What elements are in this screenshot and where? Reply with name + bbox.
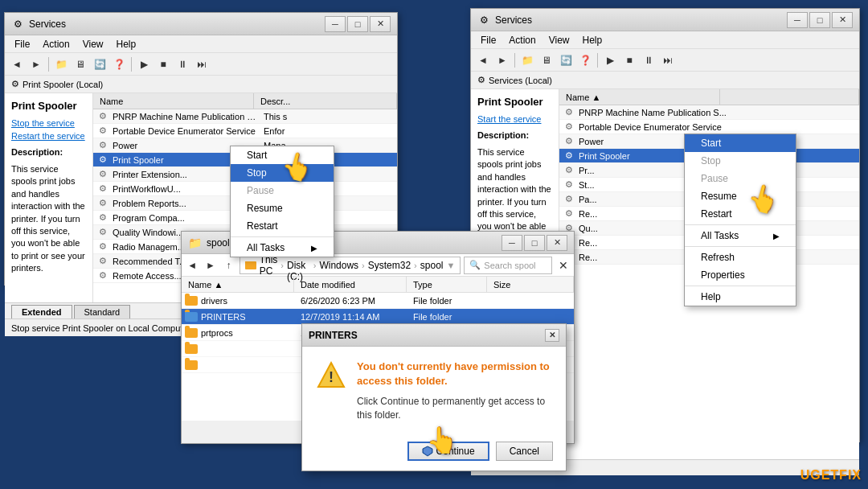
row-name-explorer: drivers — [201, 296, 301, 306]
ctx-restart-1[interactable]: Restart — [231, 217, 334, 235]
stop-btn-1[interactable]: ■ — [154, 55, 172, 73]
menu-file-1[interactable]: File — [8, 37, 36, 51]
stop-link-1[interactable]: Stop the service — [11, 118, 86, 128]
cancel-button[interactable]: Cancel — [496, 442, 553, 461]
logo-highlight: GET — [810, 468, 839, 482]
tool4-1[interactable]: ⏭ — [193, 55, 211, 73]
show-tree-2[interactable]: 📁 — [518, 51, 536, 69]
tab-standard-1[interactable]: Standard — [74, 305, 131, 318]
row-type-explorer: File folder — [413, 296, 493, 306]
refresh-1[interactable]: 🔄 — [91, 55, 108, 73]
col-size-explorer[interactable]: Size — [487, 277, 574, 292]
col-type-explorer[interactable]: Type — [407, 277, 487, 292]
close-explorer[interactable]: ✕ — [547, 235, 567, 251]
tab-extended-1[interactable]: Extended — [11, 305, 72, 318]
row-date-explorer: 12/7/2019 11:14 AM — [301, 312, 413, 322]
menu-action-2[interactable]: Action — [502, 33, 542, 47]
tool3-2[interactable]: ❓ — [576, 51, 594, 69]
explorer-back[interactable]: ◄ — [185, 257, 200, 274]
menu-action-1[interactable]: Action — [36, 37, 76, 51]
refresh-2[interactable]: 🔄 — [557, 51, 575, 69]
forward-button-2[interactable]: ► — [493, 51, 511, 69]
sep2: › — [313, 261, 317, 270]
ctx-start-2[interactable]: Start — [685, 134, 796, 152]
menu-help-1[interactable]: Help — [110, 37, 143, 51]
service-icon: ⚙ — [563, 179, 575, 191]
service-description-1: This service spools print jobs and handl… — [11, 163, 86, 275]
close-button-2[interactable]: ✕ — [832, 12, 853, 28]
maximize-button-2[interactable]: □ — [809, 12, 830, 28]
start-link-2[interactable]: Start the service — [477, 114, 552, 124]
explorer-forward[interactable]: ► — [203, 257, 219, 274]
search-box[interactable]: 🔍 Search spool — [464, 257, 552, 274]
back-button-2[interactable]: ◄ — [474, 51, 492, 69]
sep: › — [280, 261, 284, 270]
explorer-row-selected[interactable]: PRINTERS 12/7/2019 11:14 AM File folder — [182, 309, 574, 325]
col-date-explorer[interactable]: Date modified — [294, 277, 407, 292]
service-icon: ⚙ — [96, 212, 109, 224]
col-desc-header-1[interactable]: Descr... — [254, 93, 397, 109]
restart-link-1[interactable]: Restart the service — [11, 131, 86, 141]
table-row[interactable]: ⚙ PNRP Machine Name Publication S... — [559, 105, 859, 120]
service-icon: ⚙ — [96, 168, 109, 181]
close-path-btn[interactable]: ✕ — [555, 257, 571, 274]
close-button-1[interactable]: ✕ — [370, 16, 391, 32]
col-name-header-1[interactable]: Name — [93, 93, 254, 109]
ctx-stop-1[interactable]: Stop — [231, 164, 334, 182]
explorer-row[interactable]: drivers 6/26/2020 6:23 PM File folder — [182, 293, 574, 309]
menu-view-1[interactable]: View — [76, 37, 110, 51]
explorer-table-header: Name ▲ Date modified Type Size — [182, 277, 574, 293]
back-button-1[interactable]: ◄ — [8, 55, 26, 73]
tool2-1[interactable]: 🖥 — [72, 55, 89, 73]
menu-bar-1: File Action View Help — [5, 35, 397, 53]
explorer-up[interactable]: ↑ — [221, 257, 236, 274]
breadcrumb-path[interactable]: This PC › Local Disk (C:) › Windows › Sy… — [240, 257, 461, 274]
menu-bar-2: File Action View Help — [471, 31, 859, 49]
col-name-header-2[interactable]: Name ▲ — [559, 89, 720, 105]
ctx-restart-2[interactable]: Restart — [685, 205, 796, 223]
tool4-2[interactable]: ⏭ — [659, 51, 677, 69]
play-1[interactable]: ▶ — [135, 55, 153, 73]
dialog-text: You don't currently have permission to a… — [357, 360, 553, 422]
breadcrumb-bar-1: ⚙ Print Spooler (Local) — [5, 76, 397, 93]
menu-view-2[interactable]: View — [542, 33, 576, 47]
menu-help-2[interactable]: Help — [576, 33, 609, 47]
minimize-button-1[interactable]: ─ — [325, 16, 346, 32]
search-placeholder: Search spool — [484, 261, 535, 270]
play-2[interactable]: ▶ — [601, 51, 619, 69]
pause-2[interactable]: ⏸ — [640, 51, 657, 69]
maximize-explorer[interactable]: □ — [524, 235, 545, 251]
ctx-pause-1: Pause — [231, 182, 334, 199]
row-desc: This s — [260, 112, 397, 121]
ctx-alltasks-1[interactable]: All Tasks ▶ — [231, 239, 334, 257]
table-row[interactable]: ⚙ PNRP Machine Name Publication Serv... … — [93, 109, 397, 124]
row-type-explorer: File folder — [413, 312, 493, 322]
minimize-button-2[interactable]: ─ — [787, 12, 808, 28]
logo: UGETFIX — [800, 468, 862, 483]
minimize-explorer[interactable]: ─ — [502, 235, 522, 251]
maximize-button-1[interactable]: □ — [347, 16, 368, 32]
continue-button[interactable]: Continue — [407, 442, 489, 461]
table-row[interactable]: ⚙ Portable Device Enumerator Service Enf… — [93, 124, 397, 138]
ctx-alltasks-2[interactable]: All Tasks ▶ — [685, 227, 796, 244]
ctx-refresh-2[interactable]: Refresh — [685, 249, 796, 266]
menu-file-2[interactable]: File — [474, 33, 502, 47]
tool3-1[interactable]: ❓ — [110, 55, 128, 73]
service-icon: ⚙ — [563, 135, 575, 148]
ctx-resume-2[interactable]: Resume — [685, 187, 796, 205]
tool2-2[interactable]: 🖥 — [538, 51, 555, 69]
service-icon: ⚙ — [96, 269, 109, 282]
show-tree-1[interactable]: 📁 — [52, 55, 70, 73]
ctx-properties-2[interactable]: Properties — [685, 266, 796, 284]
dialog-close[interactable]: ✕ — [545, 329, 559, 342]
col-name-explorer[interactable]: Name ▲ — [182, 277, 294, 292]
ctx-resume-1[interactable]: Resume — [231, 199, 334, 217]
stop-btn-2[interactable]: ■ — [620, 51, 638, 69]
col-desc-header-2[interactable] — [720, 89, 859, 105]
table-row[interactable]: ⚙ Portable Device Enumerator Service — [559, 120, 859, 134]
ctx-start-1[interactable]: Start — [231, 146, 334, 164]
pause-1[interactable]: ⏸ — [174, 55, 191, 73]
service-icon: ⚙ — [96, 183, 109, 195]
ctx-help-2[interactable]: Help — [685, 288, 796, 306]
forward-button-1[interactable]: ► — [27, 55, 45, 73]
